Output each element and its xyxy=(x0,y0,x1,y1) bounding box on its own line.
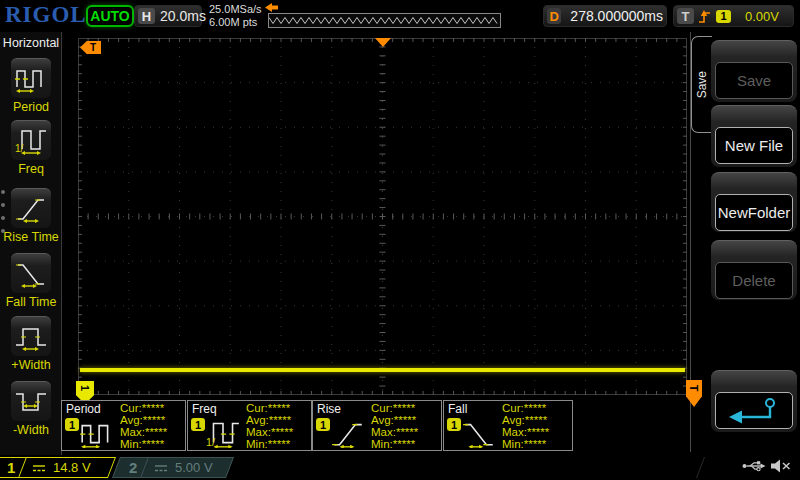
graticule-grid xyxy=(78,38,687,395)
acquisition-info: 25.0MSa/s 6.00M pts xyxy=(209,3,262,29)
timebase-value: 20.0ms xyxy=(160,8,206,24)
pwidth-icon xyxy=(14,322,48,352)
measurement-stats: Cur:***** Avg:***** Max:***** Min:***** xyxy=(502,402,549,450)
period-icon xyxy=(79,416,115,448)
new-file-button-label: New File xyxy=(715,127,793,164)
measurement-name: Period xyxy=(66,402,101,416)
period-icon xyxy=(14,64,48,94)
menu-item-pwidth[interactable] xyxy=(11,316,51,356)
svg-text:1/: 1/ xyxy=(15,143,24,154)
trigger-position-marker-icon[interactable] xyxy=(375,38,391,47)
waveform-display-area: T 1 T xyxy=(78,38,687,395)
rise-time-icon xyxy=(14,194,48,224)
channel2-number: 2 xyxy=(117,459,144,476)
measurement-name: Fall xyxy=(448,402,467,416)
measurement-channel-badge: 1 xyxy=(65,418,79,431)
delay-value: 278.000000ms xyxy=(570,8,663,24)
channel1-scale: 14.8 V xyxy=(53,460,91,475)
measurement-channel-badge: 1 xyxy=(316,418,330,431)
tab-divider xyxy=(696,457,705,478)
horizontal-key-label: H xyxy=(138,8,155,24)
delay-box[interactable]: D 278.000000ms xyxy=(543,5,667,27)
trigger-key-label: T xyxy=(677,8,694,24)
svg-text:1/: 1/ xyxy=(206,436,215,448)
waveform-preview-bar[interactable] xyxy=(268,13,501,28)
memory-depth: 6.00M pts xyxy=(209,16,262,29)
trigger-level-value: 0.00V xyxy=(745,9,779,24)
measurement-channel-badge: 1 xyxy=(447,418,461,431)
menu-page-dots xyxy=(1,190,6,242)
left-menu-title: Horizontal xyxy=(0,36,62,50)
menu-item-rise-time[interactable] xyxy=(11,188,51,228)
left-measure-menu: Horizontal Period 1/ Freq xyxy=(0,32,62,455)
channel2-tab[interactable]: 2 5.00 V xyxy=(112,457,234,478)
trigger-source-badge: 1 xyxy=(716,10,731,23)
brand-logo: RIGOL xyxy=(5,2,87,28)
measurement-box-fall[interactable]: Fall 1 Cur:***** Avg:***** Max:***** Min… xyxy=(443,400,573,451)
dc-coupling-icon xyxy=(153,463,169,473)
measurement-box-freq[interactable]: Freq 1 1/ Cur:***** Avg:***** Max:***** … xyxy=(187,400,312,451)
menu-item-nwidth[interactable] xyxy=(11,381,51,421)
measurement-channel-badge: 1 xyxy=(191,418,205,431)
trigger-slope-icon xyxy=(698,8,712,25)
menu-item-pwidth-label[interactable]: +Width xyxy=(0,358,62,372)
channel-status-bar: 1 14.8 V 2 xyxy=(0,455,800,480)
menu-item-fall-time-label[interactable]: Fall Time xyxy=(0,295,62,309)
new-file-button[interactable]: New File xyxy=(711,105,797,167)
new-folder-button-label: NewFolder xyxy=(715,194,793,231)
save-button[interactable]: Save xyxy=(711,40,797,102)
save-menu-panel: Save Save New File NewFolder Delete xyxy=(690,32,800,452)
return-button[interactable] xyxy=(711,370,797,432)
measurement-stats: Cur:***** Avg:***** Max:***** Min:***** xyxy=(120,402,167,450)
menu-item-period-label[interactable]: Period xyxy=(0,100,62,114)
preview-waveform-icon xyxy=(269,14,500,27)
fall-time-icon xyxy=(14,259,48,289)
measurement-box-period[interactable]: Period 1 Cur:***** Avg:***** Max:***** M… xyxy=(61,400,186,451)
trigger-box[interactable]: T 1 0.00V xyxy=(673,5,794,27)
rise-time-icon xyxy=(330,416,366,448)
channel1-number: 1 xyxy=(0,459,22,476)
channel2-scale: 5.00 V xyxy=(175,460,213,475)
channel1-waveform-trace xyxy=(80,368,685,372)
speaker-muted-icon xyxy=(770,458,791,474)
run-status-badge[interactable]: AUTO xyxy=(86,5,134,27)
save-menu-tab[interactable]: Save xyxy=(691,36,712,133)
delete-button[interactable]: Delete xyxy=(711,240,797,300)
measurement-stats: Cur:***** Avg:***** Max:***** Min:***** xyxy=(371,402,418,450)
fall-time-icon xyxy=(461,416,497,448)
usb-icon xyxy=(742,459,766,473)
measurement-box-rise[interactable]: Rise 1 Cur:***** Avg:***** Max:***** Min… xyxy=(312,400,442,451)
sample-rate: 25.0MSa/s xyxy=(209,3,262,16)
nwidth-icon xyxy=(14,387,48,417)
return-arrow-icon xyxy=(726,397,782,425)
menu-item-freq-label[interactable]: Freq xyxy=(0,162,62,176)
dc-coupling-icon xyxy=(31,463,47,473)
delay-key-label: D xyxy=(547,8,561,24)
preview-trigger-arrow-icon xyxy=(265,3,278,12)
menu-item-rise-time-label[interactable]: Rise Time xyxy=(0,230,62,244)
measurement-name: Freq xyxy=(192,402,217,416)
measurement-stats: Cur:***** Avg:***** Max:***** Min:***** xyxy=(246,402,293,450)
menu-item-fall-time[interactable] xyxy=(11,253,51,293)
freq-icon: 1/ xyxy=(205,416,241,448)
new-folder-button[interactable]: NewFolder xyxy=(711,172,797,232)
menu-item-nwidth-label[interactable]: -Width xyxy=(0,423,62,437)
save-menu-tab-label: Save xyxy=(695,71,709,98)
oscilloscope-screen: RIGOL AUTO H 20.0ms 25.0MSa/s 6.00M pts … xyxy=(0,0,800,480)
save-button-label: Save xyxy=(715,62,793,99)
menu-item-freq[interactable]: 1/ xyxy=(11,120,51,160)
delete-button-label: Delete xyxy=(715,262,793,299)
measurement-name: Rise xyxy=(317,402,341,416)
freq-icon: 1/ xyxy=(14,126,48,156)
menu-item-period[interactable] xyxy=(11,58,51,98)
horizontal-timebase-box[interactable]: H 20.0ms xyxy=(134,5,202,27)
channel1-tab[interactable]: 1 14.8 V xyxy=(0,457,116,478)
